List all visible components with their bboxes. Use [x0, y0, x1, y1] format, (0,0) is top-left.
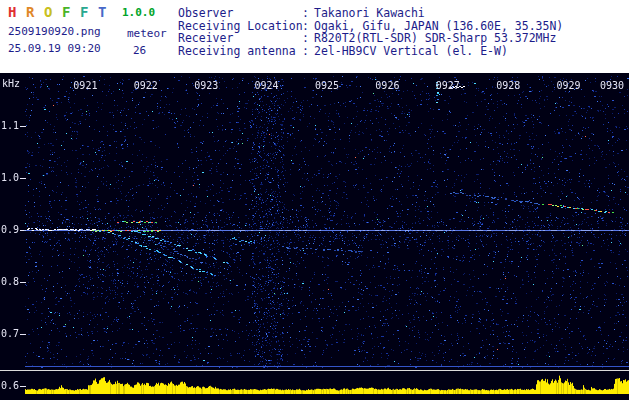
title-letter: T	[98, 4, 116, 20]
title-letter: R	[26, 4, 44, 20]
title-letter: O	[44, 4, 62, 20]
info-row: Receiving antenna:2el-HB9CV Vertical (el…	[178, 45, 563, 58]
hrofft-output-image: kHz 1.11.00.90.80.70.6092109220923092409…	[0, 0, 629, 400]
app-title: HROFFT	[8, 4, 116, 20]
title-letter: H	[8, 4, 26, 20]
app-version: 1.0.0	[122, 6, 155, 19]
info-colon: :	[302, 45, 314, 58]
mode-label: meteor	[127, 27, 167, 40]
info-row: Observer:Takanori Kawachi	[178, 7, 563, 20]
header: HROFFT 1.0.0 2509190920.png meteor 25.09…	[0, 0, 629, 73]
info-value: R820T2(RTL-SDR) SDR-Sharp 53.372MHz	[314, 32, 556, 45]
output-filename: 2509190920.png	[8, 25, 101, 38]
info-value: 2el-HB9CV Vertical (el. E-W)	[314, 45, 508, 58]
info-colon: :	[302, 7, 314, 20]
info-label: Receiver	[178, 32, 302, 45]
info-label: Receiving antenna	[178, 45, 302, 58]
echo-count: 26	[133, 44, 146, 57]
info-row: Receiver:R820T2(RTL-SDR) SDR-Sharp 53.37…	[178, 32, 563, 45]
title-letter: F	[62, 4, 80, 20]
info-value: Takanori Kawachi	[314, 7, 425, 20]
station-info: Observer:Takanori KawachiReceiving Locat…	[178, 7, 563, 57]
info-colon: :	[302, 32, 314, 45]
record-datetime: 25.09.19 09:20	[8, 42, 101, 55]
title-letter: F	[80, 4, 98, 20]
info-label: Observer	[178, 7, 302, 20]
